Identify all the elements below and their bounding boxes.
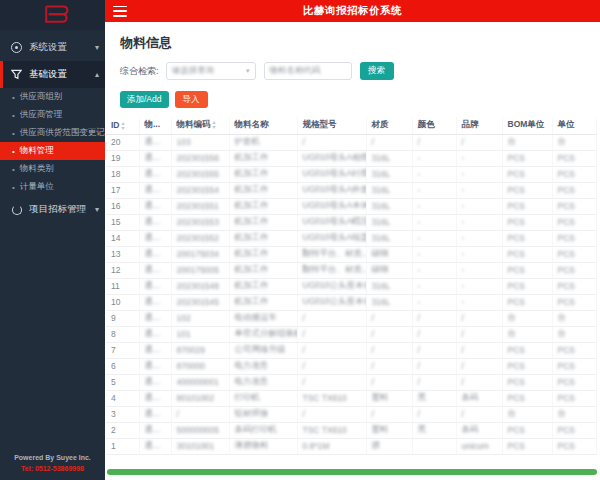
table-row[interactable]: 4通...80101002打印机TSC TX610塑料黑条码PCSPCS <box>106 390 596 406</box>
filter-icon <box>10 68 23 81</box>
column-header-2-sortable[interactable]: 物料编码▴▾ <box>171 117 229 134</box>
cell-2: 500000005 <box>171 422 229 438</box>
cell-7: / <box>456 342 502 358</box>
table-row[interactable]: 19通...202301556机加工件UG010母头A相撑...316L--PC… <box>106 150 596 166</box>
sidebar-subitem[interactable]: •物料类别 <box>0 160 105 178</box>
sidebar-subitem[interactable]: •物料管理 <box>0 142 105 160</box>
sidebar-item-project-bidding[interactable]: 项目招标管理 ▾ <box>0 196 105 223</box>
cell-9: PCS <box>552 166 596 182</box>
cell-2: 202301556 <box>171 150 229 166</box>
cell-2: 202301548 <box>171 278 229 294</box>
column-header-0-sortable[interactable]: ID▴▾ <box>106 117 139 134</box>
table-row[interactable]: 11通...202301548机加工件UG010公头座本体...316L--PC… <box>106 278 596 294</box>
cell-7: 条码 <box>456 422 502 438</box>
cell-5: 316L <box>366 294 412 310</box>
column-header-8: BOM单位 <box>502 117 552 134</box>
sidebar-item-label: 系统设置 <box>29 41 93 54</box>
table-row[interactable]: 15通...202301553机加工件UG010母头A帽压...316L--PC… <box>106 214 596 230</box>
cell-7: - <box>456 150 502 166</box>
cell-4: UG010公头座本体... <box>297 278 366 294</box>
sort-icon[interactable]: ▴▾ <box>213 120 216 130</box>
sidebar-subitem[interactable]: •供应商组别 <box>0 88 105 106</box>
sort-icon[interactable]: ▴▾ <box>122 121 125 131</box>
cell-4: / <box>297 406 366 422</box>
table-row[interactable]: 7通...870029公司网络升级////PCSPCS <box>106 342 596 358</box>
app-logo <box>0 0 105 30</box>
cell-6: - <box>412 150 456 166</box>
cell-8: PCS <box>502 230 552 246</box>
cell-6: / <box>412 406 456 422</box>
cell-5: / <box>366 310 412 326</box>
sidebar-menu: 系统设置 ▾ 基础设置 ▴ •供应商组别•供应商管理•供应商供货范围变更记录•物… <box>0 34 105 223</box>
cell-8: PCS <box>502 150 552 166</box>
table-row[interactable]: 1通...30101001薄膜物料0.8*1M膜unicumPCSPCS <box>106 438 596 454</box>
cell-1: 通... <box>139 390 171 406</box>
cell-7: - <box>456 246 502 262</box>
table-row[interactable]: 2通...500000005条码打印机TSC TX610塑料黑条码PCSPCS <box>106 422 596 438</box>
search-button[interactable]: 搜索 <box>360 62 394 80</box>
cell-1: 通... <box>139 422 171 438</box>
cell-1: 通... <box>139 278 171 294</box>
search-category-select[interactable]: 请选择查询 ▾ <box>166 62 256 80</box>
cell-0: 4 <box>106 390 139 406</box>
sync-icon <box>10 203 23 216</box>
column-header-6: 颜色 <box>412 117 456 134</box>
cell-2: / <box>171 406 229 422</box>
cell-5: 316L <box>366 198 412 214</box>
cell-9: 台 <box>552 310 596 326</box>
import-button[interactable]: 导入 <box>175 91 208 108</box>
table-row[interactable]: 3通.../铝材焊接////台台 <box>106 406 596 422</box>
cell-3: 公司网络升级 <box>229 342 297 358</box>
brand-logo-icon <box>31 4 75 26</box>
cell-3: 电力改造 <box>229 358 297 374</box>
table-row[interactable]: 17通...202301554机加工件UG010母头A外套...316L--PC… <box>106 182 596 198</box>
cell-9: PCS <box>552 182 596 198</box>
cell-6: / <box>412 374 456 390</box>
table-row[interactable]: 16通...202301551机加工件UG010母头A本体...316L--PC… <box>106 198 596 214</box>
cell-0: 8 <box>106 326 139 342</box>
cell-2: 200175005 <box>171 262 229 278</box>
cell-1: 通... <box>139 294 171 310</box>
bullet-icon: • <box>12 129 15 138</box>
sidebar-subitem[interactable]: •供应商供货范围变更记录 <box>0 124 105 142</box>
table-row[interactable]: 12通...200175005机加工件翻转平台、材质...碳钢--PCSPCS <box>106 262 596 278</box>
cell-9: PCS <box>552 374 596 390</box>
cell-0: 16 <box>106 198 139 214</box>
cell-1: 通... <box>139 374 171 390</box>
sidebar-item-basic-settings[interactable]: 基础设置 ▴ <box>0 61 105 88</box>
cell-9: PCS <box>552 342 596 358</box>
sidebar-subitem[interactable]: •供应商管理 <box>0 106 105 124</box>
search-input[interactable]: 物料名称代码 <box>264 62 352 80</box>
cell-6: - <box>412 230 456 246</box>
table-row[interactable]: 20通...103护套机////台台 <box>106 134 596 150</box>
table-row[interactable]: 6通...870000电力改造////PCSPCS <box>106 358 596 374</box>
cell-2: 202301553 <box>171 214 229 230</box>
cell-5: 316L <box>366 214 412 230</box>
sidebar-subitem[interactable]: •计量单位 <box>0 178 105 196</box>
table-row[interactable]: 5通...400000001电力改造////PCSPCS <box>106 374 596 390</box>
table-row[interactable]: 9通...102电动搬运车////台台 <box>106 310 596 326</box>
materials-table-wrap: ID▴▾物...物料编码▴▾物料名称规格型号材质颜色品牌BOM单位单位 20通.… <box>105 117 600 455</box>
add-button[interactable]: 添加/Add <box>120 91 169 108</box>
table-row[interactable]: 18通...202301555机加工件UG010母头A衬撑...316L--PC… <box>106 166 596 182</box>
sidebar-item-system-settings[interactable]: 系统设置 ▾ <box>0 34 105 61</box>
cell-2: 202301551 <box>171 198 229 214</box>
cell-0: 5 <box>106 374 139 390</box>
table-row[interactable]: 13通...200175034机加工件翻转平台、材质...碳钢--PCSPCS <box>106 246 596 262</box>
cell-5: / <box>366 358 412 374</box>
cell-0: 19 <box>106 150 139 166</box>
cell-5: 316L <box>366 278 412 294</box>
horizontal-scrollbar[interactable] <box>107 469 597 475</box>
sidebar-item-label: 项目招标管理 <box>29 203 93 216</box>
column-header-4: 规格型号 <box>297 117 366 134</box>
bullet-icon: • <box>12 183 15 192</box>
table-row[interactable]: 14通...202301552机加工件UG010母头A端盖...316L--PC… <box>106 230 596 246</box>
cell-2: 400000001 <box>171 374 229 390</box>
cell-5: 塑料 <box>366 422 412 438</box>
cell-4: 0.8*1M <box>297 438 366 454</box>
table-row[interactable]: 10通...202301545机加工件UG010公头座本体...316L--PC… <box>106 294 596 310</box>
hamburger-icon[interactable] <box>113 6 127 17</box>
cell-1: 通... <box>139 134 171 150</box>
cell-4: UG010母头A帽压... <box>297 214 366 230</box>
table-row[interactable]: 8通...101单臂式分解组装机////台台 <box>106 326 596 342</box>
